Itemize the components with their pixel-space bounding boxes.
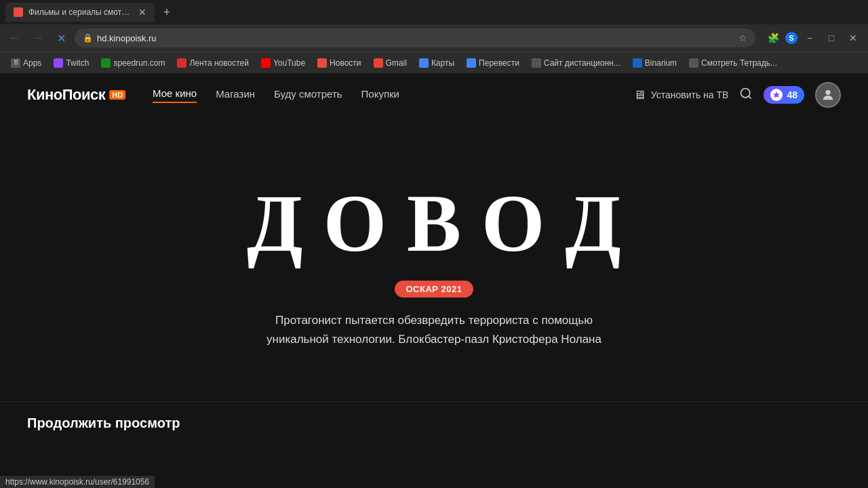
status-bar: https://www.kinopoisk.ru/user/61991056 <box>0 476 155 488</box>
status-url: https://www.kinopoisk.ru/user/61991056 <box>5 477 149 487</box>
novosti-favicon <box>317 58 327 68</box>
tetrad-favicon <box>689 58 698 68</box>
back-button[interactable]: ← <box>5 28 24 47</box>
title-letter-d2: Д <box>565 183 621 264</box>
bookmarks-bar: ⠿ Apps Twitch speedrun.com Лента новосте… <box>0 52 868 73</box>
bookmark-binarium-label: Binarium <box>645 58 677 68</box>
tab-favicon <box>14 7 23 17</box>
bookmark-perevod[interactable]: Перевести <box>461 57 525 69</box>
nav-magazin[interactable]: Магазин <box>216 88 255 102</box>
forward-button[interactable]: → <box>28 28 47 47</box>
bookmark-tetrad[interactable]: Смотреть Тетрадь... <box>684 57 783 69</box>
twitch-favicon <box>54 58 63 68</box>
svg-line-1 <box>749 96 751 98</box>
gmail-favicon <box>374 58 383 68</box>
binarium-favicon <box>633 58 642 68</box>
kp-nav: Мое кино Магазин Буду смотреть Покупки <box>153 87 633 103</box>
browser-chrome: Фильмы и сериалы смотреть о... ✕ + ← → ✕… <box>0 0 868 73</box>
new-tab-button[interactable]: + <box>157 3 176 22</box>
kp-subscription-badge[interactable]: 48 <box>764 86 804 104</box>
bookmark-maps[interactable]: Карты <box>414 57 460 69</box>
svg-point-0 <box>741 88 750 97</box>
kp-logo-hd: HD <box>109 90 125 100</box>
apps-favicon: ⠿ <box>11 58 20 68</box>
title-letter-o1: О <box>323 183 387 264</box>
extensions-button[interactable]: 🧩 <box>764 28 783 47</box>
bookmark-youtube-label: YouTube <box>273 58 305 68</box>
bookmark-speedrun-label: speedrun.com <box>113 58 165 68</box>
bookmark-binarium[interactable]: Binarium <box>627 57 682 69</box>
tab-title: Фильмы и сериалы смотреть о... <box>28 7 130 17</box>
speedrun-favicon <box>101 58 111 68</box>
active-tab[interactable]: Фильмы и сериалы смотреть о... ✕ <box>5 3 155 22</box>
kp-logo[interactable]: КиноПоиск HD <box>27 86 125 104</box>
kp-user-avatar[interactable] <box>815 82 841 108</box>
kp-continue-title: Продолжить просмотр <box>27 415 841 431</box>
close-browser-button[interactable]: ✕ <box>844 28 863 47</box>
bookmark-star-icon[interactable]: ☆ <box>738 33 747 43</box>
kp-tv-button[interactable]: 🖥 Установить на ТВ <box>633 88 729 102</box>
maps-favicon <box>419 58 429 68</box>
browser-actions: 🧩 S − □ ✕ <box>764 28 863 47</box>
title-letter-v: В <box>407 183 461 264</box>
title-letter-d1: Д <box>247 183 303 264</box>
kp-hero: Д О В О Д ОСКАР 2021 Протагонист пытаетс… <box>0 117 868 401</box>
nav-pokupki[interactable]: Покупки <box>361 88 399 102</box>
bookmark-maps-label: Карты <box>431 58 454 68</box>
tab-close-button[interactable]: ✕ <box>138 7 146 17</box>
user-account-icon[interactable]: S <box>785 32 797 44</box>
bookmark-sayt-label: Сайт дистанционн... <box>544 58 620 68</box>
bookmark-apps[interactable]: ⠿ Apps <box>5 57 47 69</box>
kp-header: КиноПоиск HD Мое кино Магазин Буду смотр… <box>0 73 868 117</box>
perevod-favicon <box>467 58 476 68</box>
address-bar: ← → ✕ 🔒 hd.kinopoisk.ru ☆ 🧩 S − □ ✕ <box>0 24 868 52</box>
url-bar[interactable]: 🔒 hd.kinopoisk.ru ☆ <box>75 28 755 47</box>
kp-movie-title[interactable]: Д О В О Д <box>247 183 621 264</box>
bookmark-sayt[interactable]: Сайт дистанционн... <box>526 57 626 69</box>
bookmark-novosti-label: Новости <box>330 58 361 68</box>
kp-badge-number: 48 <box>787 89 797 100</box>
lock-icon: 🔒 <box>83 33 93 43</box>
title-letter-o2: О <box>481 183 545 264</box>
minimize-button[interactable]: − <box>800 28 819 47</box>
bookmark-gmail[interactable]: Gmail <box>368 57 412 69</box>
bookmark-tetrad-label: Смотреть Тетрадь... <box>701 58 777 68</box>
svg-marker-2 <box>773 92 780 98</box>
bookmark-lenta-label: Лента новостей <box>189 58 249 68</box>
maximize-button[interactable]: □ <box>822 28 841 47</box>
bookmark-youtube[interactable]: YouTube <box>256 57 311 69</box>
youtube-favicon <box>261 58 271 68</box>
bookmark-twitch-label: Twitch <box>66 58 89 68</box>
kp-logo-text: КиноПоиск <box>27 86 105 104</box>
tab-bar: Фильмы и сериалы смотреть о... ✕ + <box>0 0 868 24</box>
tv-icon: 🖥 <box>633 88 646 102</box>
svg-point-3 <box>825 90 830 95</box>
kp-badge-icon <box>770 89 783 101</box>
reload-button[interactable]: ✕ <box>52 28 71 47</box>
bookmark-lenta[interactable]: Лента новостей <box>172 57 254 69</box>
kp-header-right: 🖥 Установить на ТВ 48 <box>633 82 841 108</box>
nav-budu[interactable]: Буду смотреть <box>274 88 342 102</box>
nav-moe-kino[interactable]: Мое кино <box>153 87 197 103</box>
bookmark-perevod-label: Перевести <box>479 58 519 68</box>
bookmark-speedrun[interactable]: speedrun.com <box>96 57 170 69</box>
kp-search-button[interactable] <box>739 87 753 104</box>
lenta-favicon <box>177 58 186 68</box>
bookmark-gmail-label: Gmail <box>386 58 407 68</box>
kp-movie-description: Протагонист пытается обезвредить террори… <box>258 311 610 348</box>
url-text: hd.kinopoisk.ru <box>97 33 156 43</box>
kp-tv-label: Установить на ТВ <box>651 89 729 100</box>
bookmark-apps-label: Apps <box>23 58 41 68</box>
bookmark-twitch[interactable]: Twitch <box>48 57 94 69</box>
sayt-favicon <box>532 58 541 68</box>
kinopoisk-app: КиноПоиск HD Мое кино Магазин Буду смотр… <box>0 73 868 488</box>
bookmark-novosti[interactable]: Новости <box>312 57 366 69</box>
kp-oscar-badge[interactable]: ОСКАР 2021 <box>395 281 473 298</box>
kp-continue-section: Продолжить просмотр <box>0 401 868 438</box>
